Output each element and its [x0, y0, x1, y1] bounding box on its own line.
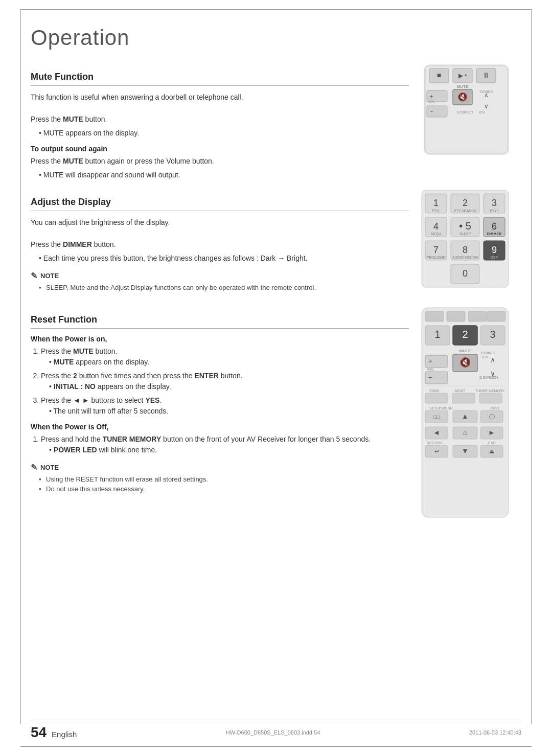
svg-text:TONE: TONE	[429, 389, 440, 393]
svg-text:◄: ◄	[433, 428, 440, 437]
svg-text:4: 4	[433, 221, 439, 232]
svg-rect-53	[447, 311, 465, 322]
mute-remote-image: ■ ▶ • ⏸ MUTE 🔇 ∧ TUNING + VOL ∨	[414, 62, 521, 182]
brightness-bullet: Each time you press this button, the bri…	[39, 253, 409, 264]
power-off-title: When the Power is Off,	[31, 423, 409, 431]
svg-text:⌂: ⌂	[463, 428, 467, 437]
svg-text:−: −	[430, 108, 433, 114]
reset-note-item-2: Do not use this unless necessary.	[39, 484, 409, 494]
reset-note-item-1: Using the RESET function will erase all …	[39, 474, 409, 485]
mute-bold-2: MUTE	[63, 157, 83, 165]
svg-text:MUTE: MUTE	[459, 349, 471, 353]
svg-text:SETUP/MENU: SETUP/MENU	[429, 406, 453, 410]
svg-text:▲: ▲	[462, 412, 469, 420]
svg-text:🔇: 🔇	[459, 357, 471, 368]
adjust-remote-image: 1 PTY- 2 PTY SEARCH 3 PTY+ 4 NEQU • 5 SL…	[414, 188, 521, 300]
svg-text:ⓘ: ⓘ	[489, 414, 495, 420]
svg-text:🔇: 🔇	[457, 92, 468, 102]
footer: 54 English HW-D600_D650S_ELS_0603.indd 5…	[31, 720, 521, 741]
svg-text:□□: □□	[433, 414, 440, 420]
mute-intro: This function is useful when answering a…	[31, 92, 409, 103]
reset-step-2: Press the 2 button five times and then p…	[41, 371, 409, 392]
svg-text:ICH: ICH	[479, 110, 485, 114]
mute-remote-svg: ■ ▶ • ⏸ MUTE 🔇 ∧ TUNING + VOL ∨	[414, 62, 516, 157]
svg-text:8: 8	[463, 245, 468, 255]
svg-text:RETURN: RETURN	[427, 441, 442, 445]
mute-press-instruction: Press the MUTE button.	[31, 114, 409, 125]
svg-text:▶ •: ▶ •	[458, 72, 467, 79]
page-title: Operation	[31, 26, 521, 50]
power-off-steps: Press and hold the TUNER MEMORY button o…	[41, 434, 409, 455]
reset-power-off-step-1-sub: POWER LED will blink one time.	[49, 445, 409, 455]
footer-date: 2011-06-03 12:40:43	[469, 729, 521, 736]
svg-text:⏸: ⏸	[482, 71, 490, 79]
svg-text:• 5: • 5	[459, 220, 471, 232]
svg-text:2: 2	[462, 329, 468, 340]
svg-text:ICH: ICH	[492, 376, 498, 379]
adjust-intro: You can adjust the brightness of the dis…	[31, 217, 409, 228]
svg-rect-81	[452, 393, 475, 403]
svg-text:■: ■	[437, 71, 441, 79]
svg-text:1: 1	[433, 198, 439, 208]
reset-step-3-sub: The unit will turn off after 5 seconds.	[49, 406, 409, 417]
svg-text:PROLOGIC: PROLOGIC	[427, 256, 446, 259]
adjust-press: Press the DIMMER button.	[31, 239, 409, 250]
svg-text:▼: ▼	[462, 447, 469, 455]
svg-text:TUNER MEMORY: TUNER MEMORY	[475, 389, 505, 393]
svg-text:+: +	[430, 93, 433, 99]
svg-text:1: 1	[434, 329, 440, 340]
mute-display-bullet: MUTE appears on the display.	[39, 128, 409, 139]
reset-note-box: NOTE Using the RESET function will erase…	[31, 461, 409, 496]
reset-power-off-step-1: Press and hold the TUNER MEMORY button o…	[41, 434, 409, 455]
reset-remote-image: 1 2 3 MUTE 🔇 ∧ TUNING ICH + VOL	[414, 305, 521, 521]
reset-mute-bold: MUTE	[73, 347, 94, 355]
mute-function-text: Mute Function This function is useful wh…	[31, 62, 409, 182]
reset-function-title: Reset Function	[31, 314, 409, 329]
svg-text:ICH: ICH	[482, 355, 488, 359]
svg-text:PTY SEARCH: PTY SEARCH	[454, 209, 477, 213]
adjust-display-title: Adjust the Display	[31, 197, 409, 211]
svg-text:VOL: VOL	[427, 368, 434, 371]
mute-function-title: Mute Function	[31, 72, 409, 86]
mute-subsection-title: To output sound again	[31, 145, 409, 153]
adjust-note-box: NOTE SLEEP, Mute and the Adjust Display …	[31, 269, 409, 295]
svg-text:INFO: INFO	[491, 406, 499, 410]
svg-text:⏏: ⏏	[489, 448, 494, 454]
adjust-display-text: Adjust the Display You can adjust the br…	[31, 188, 409, 300]
adjust-note-title: NOTE	[31, 271, 409, 281]
svg-text:TUNING: TUNING	[479, 90, 493, 94]
adjust-display-section: Adjust the Display You can adjust the br…	[31, 188, 521, 300]
svg-text:NEQU: NEQU	[431, 232, 441, 236]
svg-text:3: 3	[492, 198, 497, 208]
adjust-note-item-1: SLEEP, Mute and the Adjust Display funct…	[39, 283, 409, 293]
svg-text:TUNING: TUNING	[480, 351, 494, 355]
reset-step-1: Press the MUTE button. MUTE appears on t…	[41, 346, 409, 368]
svg-text:S.DIRECT: S.DIRECT	[457, 110, 474, 114]
svg-text:6: 6	[492, 221, 497, 232]
svg-text:3: 3	[490, 329, 495, 340]
reset-step-2-sub: INITIAL : NO appears on the display.	[49, 381, 409, 392]
svg-text:7: 7	[433, 245, 439, 255]
dimmer-bold: DIMMER	[63, 240, 92, 248]
svg-text:2: 2	[463, 198, 468, 208]
svg-text:↩: ↩	[434, 448, 439, 454]
svg-text:0: 0	[463, 268, 468, 279]
reset-function-section: Reset Function When the Power is on, Pre…	[31, 305, 521, 521]
svg-rect-82	[479, 393, 502, 403]
svg-text:DIMMER: DIMMER	[487, 232, 501, 236]
mute-press-again: Press the MUTE button again or press the…	[31, 156, 409, 167]
svg-rect-52	[425, 311, 444, 322]
mute-disappear-bullet: MUTE will disappear and sound will outpu…	[39, 170, 409, 180]
page-number: 54	[31, 724, 47, 740]
reset-step-1-sub: MUTE appears on the display.	[49, 357, 409, 368]
svg-text:PTY+: PTY+	[490, 209, 499, 213]
svg-text:SLEEP: SLEEP	[459, 232, 471, 236]
power-on-title: When the Power is on,	[31, 335, 409, 343]
svg-text:PTY-: PTY-	[432, 209, 440, 213]
footer-filename: HW-D600_D650S_ELS_0603.indd 54	[226, 729, 320, 736]
reset-step-3: Press the ◄ ► buttons to select YES. The…	[41, 395, 409, 417]
mute-bold-1: MUTE	[63, 115, 83, 123]
reset-remote-svg: 1 2 3 MUTE 🔇 ∧ TUNING ICH + VOL	[414, 305, 516, 520]
svg-rect-80	[425, 393, 448, 403]
page-number-container: 54 English	[31, 724, 77, 741]
